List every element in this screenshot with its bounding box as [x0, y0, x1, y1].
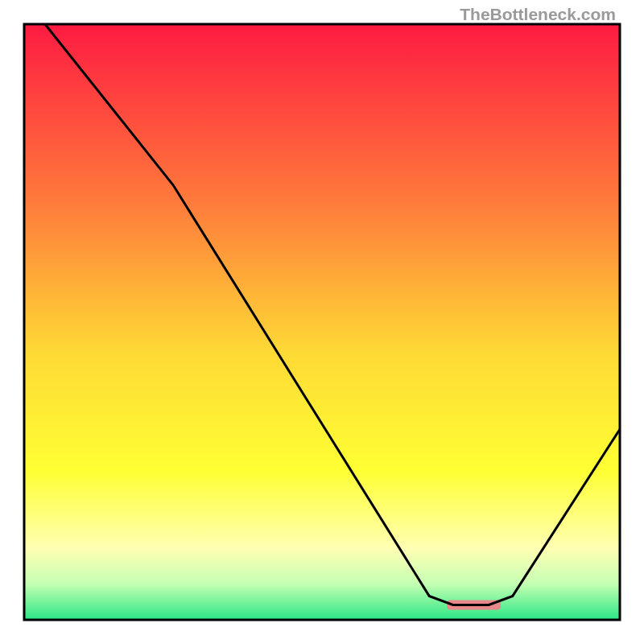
watermark-text: TheBottleneck.com: [460, 5, 616, 24]
chart-container: TheBottleneck.com: [0, 0, 644, 644]
chart-svg: [0, 0, 644, 644]
plot-background: [24, 24, 620, 620]
